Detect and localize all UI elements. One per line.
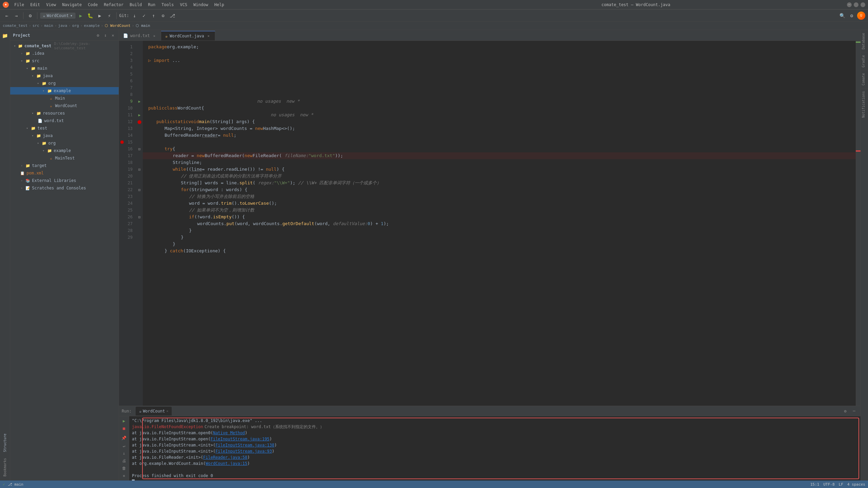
- code-content[interactable]: package org.example; ▷ import ... no usa…: [143, 41, 856, 406]
- status-line-sep[interactable]: LF: [839, 482, 843, 487]
- forward-button[interactable]: →: [12, 12, 20, 20]
- user-avatar[interactable]: U: [857, 12, 865, 20]
- tree-item-target[interactable]: › 📁 target: [10, 162, 119, 169]
- project-panel-button[interactable]: 📁: [1, 31, 10, 40]
- tree-item-Main[interactable]: ☕ Main: [10, 95, 119, 102]
- breadcrumb-item-7[interactable]: ⬡ main: [136, 23, 150, 28]
- gutter-10c[interactable]: ⬤: [136, 118, 143, 125]
- bottom-tab-close-wordcount[interactable]: ✕: [166, 409, 168, 413]
- minimize-button[interactable]: ─: [847, 2, 852, 7]
- back-button[interactable]: ←: [3, 12, 11, 20]
- tree-item-pom[interactable]: 📋 pom.xml: [10, 169, 119, 177]
- gradle-tab[interactable]: Gradle: [861, 52, 868, 70]
- stop-button[interactable]: ■: [120, 425, 128, 432]
- tree-item-WordCount[interactable]: ☕ WordCount: [10, 102, 119, 110]
- menu-item-vcs[interactable]: VCS: [177, 2, 190, 8]
- menu-item-window[interactable]: Window: [191, 2, 211, 8]
- breadcrumb-item-1[interactable]: src: [32, 23, 39, 28]
- debug-button[interactable]: 🐛: [86, 12, 95, 20]
- tab-close-word-txt[interactable]: ✕: [152, 33, 157, 38]
- tree-item-java[interactable]: ▾ 📁 java: [10, 72, 119, 80]
- close-button[interactable]: ✕: [861, 2, 865, 7]
- tree-item-MainTest[interactable]: ☕ MainTest: [10, 154, 119, 162]
- wrap-output-button[interactable]: ↵: [120, 442, 128, 449]
- run-button[interactable]: ▶: [77, 12, 85, 20]
- menu-item-code[interactable]: Code: [85, 2, 101, 8]
- tree-item-example[interactable]: ▾ 📁 example: [10, 87, 119, 95]
- profile-button[interactable]: ⚡: [105, 12, 114, 20]
- git-commit-button[interactable]: ✓: [140, 12, 148, 20]
- tree-item-idea[interactable]: › 📁 .idea: [10, 50, 119, 57]
- tree-item-word-txt[interactable]: 📄 word.txt: [10, 117, 119, 124]
- tab-wordcount-java[interactable]: ☕ WordCount.java ✕: [161, 31, 215, 40]
- close-run-button[interactable]: ✕: [120, 473, 128, 479]
- git-branches-button[interactable]: ⎇: [168, 12, 176, 20]
- menu-item-refactor[interactable]: Refactor: [101, 2, 126, 8]
- maximize-button[interactable]: □: [854, 2, 858, 7]
- rerun-button[interactable]: ▶: [120, 418, 128, 424]
- menu-item-build[interactable]: Build: [127, 2, 144, 8]
- breadcrumb-item-4[interactable]: org: [72, 23, 79, 28]
- status-indent[interactable]: 4 spaces: [847, 482, 865, 487]
- tree-item-resources[interactable]: ▾ 📁 resources: [10, 110, 119, 117]
- tree-item-org2[interactable]: ▾ 📁 org: [10, 139, 119, 147]
- scroll-end-button[interactable]: ↓: [120, 450, 128, 456]
- comate-tab[interactable]: Comate: [861, 70, 868, 88]
- coverage-button[interactable]: ▶: [96, 12, 104, 20]
- editor-scrollbar[interactable]: [856, 41, 861, 406]
- breadcrumb-item-0[interactable]: comate_test: [3, 23, 28, 28]
- tree-item-root[interactable]: ▾ 📁 comate_test D:\Code\my-java-se\comat…: [10, 42, 119, 50]
- status-git-branch[interactable]: ⎇ main: [8, 482, 23, 487]
- git-update-button[interactable]: ↓: [130, 12, 138, 20]
- menu-item-tools[interactable]: Tools: [159, 2, 176, 8]
- menu-item-view[interactable]: View: [44, 2, 59, 8]
- sidebar-settings-icon[interactable]: ⚙: [95, 32, 101, 38]
- menu-item-edit[interactable]: Edit: [28, 2, 43, 8]
- git-history-button[interactable]: ⊙: [159, 12, 167, 20]
- run-link-fileinput195[interactable]: FileInputStream.java:195: [210, 436, 269, 442]
- run-link-filereader58[interactable]: FileReader.java:58: [203, 454, 248, 460]
- panel-settings-button[interactable]: ⚙: [841, 407, 849, 415]
- bookmarks-tab[interactable]: Bookmarks: [2, 455, 7, 479]
- tree-item-java2[interactable]: ▾ 📁 java: [10, 132, 119, 139]
- breadcrumb-item-6[interactable]: ⬡ WordCount: [105, 23, 131, 28]
- clear-output-button[interactable]: 🗑: [120, 465, 128, 472]
- database-tab[interactable]: Database: [861, 30, 868, 52]
- tree-item-src[interactable]: ▾ 📁 src: [10, 57, 119, 65]
- settings-button[interactable]: ⚙: [848, 12, 856, 20]
- gutter-10b[interactable]: ▶: [136, 112, 143, 118]
- tab-close-wordcount[interactable]: ✕: [206, 34, 211, 38]
- panel-minimize-button[interactable]: ─: [850, 407, 858, 415]
- tab-word-txt[interactable]: 📄 word.txt ✕: [119, 31, 161, 40]
- sidebar-close-icon[interactable]: ✕: [110, 32, 116, 38]
- tree-item-scratches[interactable]: › 📝 Scratches and Consoles: [10, 184, 119, 192]
- tree-item-test[interactable]: ▾ 📁 test: [10, 124, 119, 132]
- menu-item-run[interactable]: Run: [145, 2, 158, 8]
- breadcrumb-item-5[interactable]: example: [84, 23, 100, 28]
- status-position[interactable]: 15:1: [810, 482, 819, 487]
- sidebar-collapse-icon[interactable]: ↕: [102, 32, 108, 38]
- structure-tab[interactable]: Structure: [2, 431, 7, 455]
- tree-item-example2[interactable]: ▾ 📁 example: [10, 147, 119, 154]
- project-structure-button[interactable]: ⚙: [26, 12, 34, 20]
- breadcrumb-item-2[interactable]: main: [44, 23, 53, 28]
- git-push-button[interactable]: ↑: [149, 12, 157, 20]
- tree-item-main[interactable]: ▾ 📁 main: [10, 65, 119, 72]
- run-link-fileinput138[interactable]: FileInputStream.java:138: [216, 442, 274, 448]
- run-create-breakpoint[interactable]: Create breakpoint: [205, 424, 246, 430]
- menu-item-file[interactable]: File: [12, 2, 27, 8]
- menu-item-help[interactable]: Help: [211, 2, 227, 8]
- run-link-wordcount15[interactable]: WordCount.java:15: [206, 460, 248, 467]
- search-everywhere-button[interactable]: 🔍: [838, 12, 846, 20]
- tree-item-ext-libs[interactable]: › 📚 External Libraries: [10, 177, 119, 184]
- run-config-selector[interactable]: ☕ WordCount ▾: [40, 13, 75, 19]
- pin-tab-button[interactable]: 📌: [120, 435, 128, 441]
- tree-item-org[interactable]: ▾ 📁 org: [10, 80, 119, 87]
- run-link-fileinput93[interactable]: FileInputStream.java:93: [216, 448, 272, 454]
- run-link-native[interactable]: Native Method: [213, 430, 245, 436]
- status-encoding[interactable]: UTF-8: [823, 482, 835, 487]
- breadcrumb-item-3[interactable]: java: [58, 23, 67, 28]
- menu-item-navigate[interactable]: Navigate: [59, 2, 85, 8]
- bottom-tab-wordcount[interactable]: ☕ WordCount ✕: [136, 407, 172, 416]
- print-button[interactable]: 🖨: [120, 457, 128, 464]
